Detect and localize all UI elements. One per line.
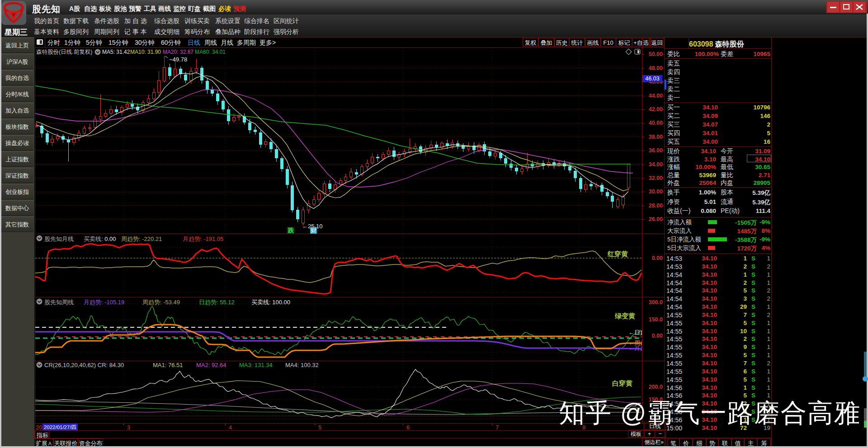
svg-text:财: 财: [311, 227, 316, 234]
svg-text:绿变黄: 绿变黄: [614, 312, 635, 320]
svg-text:←月趋: ←月趋: [628, 345, 642, 352]
svg-text:白穿黄: 白穿黄: [612, 379, 632, 387]
svg-text:←日趋: ←日趋: [628, 329, 642, 336]
svg-text:跌: 跌: [288, 227, 294, 234]
svg-text:~49.78: ~49.78: [169, 56, 187, 63]
svg-text:红穿黄: 红穿黄: [607, 250, 628, 258]
